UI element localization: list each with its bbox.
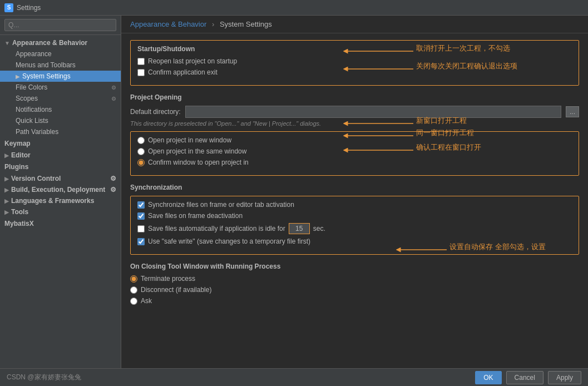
save-auto-label2: sec. — [313, 225, 325, 232]
sync-files-checkbox[interactable] — [137, 201, 145, 209]
reopen-last-project-row: Reopen last project on startup — [137, 57, 572, 65]
watermark: CSDN @家有娇妻张兔兔 — [7, 373, 81, 382]
synchronization-options: Synchronize files on frame or editor tab… — [130, 196, 579, 255]
default-dir-browse-button[interactable]: ... — [566, 106, 579, 117]
sidebar-item-label: Appearance — [16, 50, 52, 58]
save-auto-label1: Save files automatically if application … — [148, 225, 285, 232]
disconnect-row: Disconnect (if available) — [130, 286, 579, 294]
sidebar-item-editor[interactable]: ▶ Editor — [0, 150, 121, 161]
app-icon: S — [4, 3, 13, 12]
sidebar-item-appearance-behavior[interactable]: ▼ Appearance & Behavior — [0, 37, 121, 48]
confirm-exit-label: Confirm application exit — [148, 68, 218, 76]
open-new-window-row: Open project in new window — [137, 136, 572, 144]
sidebar-item-plugins[interactable]: Plugins — [0, 161, 121, 173]
sidebar-search-container — [0, 16, 121, 35]
safe-write-row: Use "safe write" (save changes to a temp… — [137, 237, 572, 245]
save-auto-value-input[interactable] — [289, 223, 310, 234]
sync-files-row: Synchronize files on frame or editor tab… — [137, 201, 572, 209]
default-dir-input[interactable] — [185, 106, 561, 118]
sidebar-item-label: Plugins — [4, 163, 28, 171]
project-opening-options: Open project in new window Open project … — [130, 131, 579, 176]
sidebar-item-label: Keymap — [4, 140, 31, 147]
startup-shutdown-label: Startup/Shutdown — [137, 45, 572, 53]
expand-arrow: ▶ — [4, 187, 9, 193]
sidebar-item-tools[interactable]: ▶ Tools — [0, 206, 121, 217]
sidebar-item-notifications[interactable]: Notifications — [0, 104, 121, 115]
sidebar-item-system-settings[interactable]: ▶ System Settings — [0, 71, 121, 82]
sidebar-item-label: Quick Lists — [16, 117, 48, 125]
sidebar-item-label: Build, Execution, Deployment — [11, 186, 105, 194]
confirm-window-label: Confirm window to open project in — [148, 159, 249, 166]
settings-icon: ⚙ — [111, 96, 116, 102]
cancel-button[interactable]: Cancel — [506, 371, 543, 384]
ok-button[interactable]: OK — [475, 371, 501, 384]
settings-icon: ⚙ — [111, 85, 116, 91]
ask-radio[interactable] — [130, 298, 137, 305]
open-new-window-label: Open project in new window — [148, 136, 231, 144]
sidebar-item-build-exec-deploy[interactable]: ▶ Build, Execution, Deployment ⚙ — [0, 184, 121, 195]
sidebar-item-appearance[interactable]: Appearance — [0, 48, 121, 60]
sidebar-item-mybatisx[interactable]: MybatisX — [0, 217, 121, 230]
open-same-window-label: Open project in the same window — [148, 147, 246, 155]
closing-tool-label: On Closing Tool Window with Running Proc… — [130, 263, 579, 270]
default-dir-row: Default directory: ... — [130, 106, 579, 118]
sidebar-item-menus-toolbars[interactable]: Menus and Toolbars — [0, 60, 121, 71]
sidebar-item-keymap[interactable]: Keymap — [0, 137, 121, 150]
window-title: Settings — [17, 4, 41, 12]
terminate-radio[interactable] — [130, 275, 137, 283]
open-same-window-row: Open project in the same window — [137, 147, 572, 155]
safe-write-checkbox[interactable] — [137, 238, 145, 245]
save-auto-row: Save files automatically if application … — [137, 223, 572, 234]
synchronization-section: Synchronization Synchronize files on fra… — [130, 184, 579, 255]
sidebar-item-scopes[interactable]: Scopes ⚙ — [0, 93, 121, 104]
expand-arrow: ▼ — [4, 40, 10, 46]
sync-files-label: Synchronize files on frame or editor tab… — [148, 201, 294, 209]
bottom-bar: CSDN @家有娇妻张兔兔 OK Cancel Apply — [0, 368, 588, 386]
sidebar-item-version-control[interactable]: ▶ Version Control ⚙ — [0, 173, 121, 184]
sidebar-item-label: File Colors — [16, 83, 47, 91]
sidebar-item-label: Notifications — [16, 106, 52, 113]
disconnect-label: Disconnect (if available) — [141, 286, 211, 294]
search-input[interactable] — [4, 19, 116, 31]
sidebar-item-file-colors[interactable]: File Colors ⚙ — [0, 82, 121, 93]
expand-arrow: ▶ — [4, 152, 9, 159]
open-new-window-radio[interactable] — [137, 137, 145, 144]
title-bar: S Settings — [0, 0, 588, 16]
confirm-window-radio[interactable] — [137, 159, 145, 166]
apply-button[interactable]: Apply — [548, 371, 581, 384]
expand-arrow: ▶ — [4, 176, 9, 182]
default-dir-hint: This directory is preselected in "Open..… — [130, 120, 579, 127]
sidebar-item-label: Scopes — [16, 95, 38, 102]
breadcrumb-parent[interactable]: Appearance & Behavior — [130, 20, 206, 28]
sidebar-item-quick-lists[interactable]: Quick Lists — [0, 115, 121, 126]
ask-label: Ask — [141, 297, 152, 305]
confirm-exit-checkbox[interactable] — [137, 69, 145, 76]
child-arrow-icon: ▶ — [16, 73, 20, 80]
save-auto-checkbox[interactable] — [137, 225, 145, 232]
reopen-last-project-checkbox[interactable] — [137, 58, 145, 65]
terminate-row: Terminate process — [130, 275, 579, 283]
sidebar: ▼ Appearance & Behavior Appearance Menus… — [0, 16, 121, 368]
closing-tool-section: On Closing Tool Window with Running Proc… — [130, 263, 579, 305]
disconnect-radio[interactable] — [130, 286, 137, 294]
reopen-last-project-label: Reopen last project on startup — [148, 57, 237, 65]
settings-content: Startup/Shutdown Reopen last project on … — [121, 33, 588, 368]
safe-write-label: Use "safe write" (save changes to a temp… — [148, 237, 310, 245]
sidebar-item-label: Tools — [11, 208, 28, 216]
sidebar-item-label: Languages & Frameworks — [11, 197, 94, 205]
sidebar-item-languages-frameworks[interactable]: ▶ Languages & Frameworks — [0, 195, 121, 206]
ask-row: Ask — [130, 297, 579, 305]
sidebar-item-path-variables[interactable]: Path Variables — [0, 126, 121, 137]
sidebar-tree: ▼ Appearance & Behavior Appearance Menus… — [0, 35, 121, 368]
synchronization-label: Synchronization — [130, 184, 579, 191]
open-same-window-radio[interactable] — [137, 148, 145, 155]
expand-arrow: ▶ — [4, 198, 9, 204]
expand-arrow: ▶ — [4, 209, 9, 215]
save-deactivation-checkbox[interactable] — [137, 212, 145, 220]
sidebar-item-label: Appearance & Behavior — [12, 39, 87, 47]
confirm-window-row: Confirm window to open project in — [137, 159, 572, 166]
breadcrumb-current: System Settings — [220, 20, 272, 28]
startup-shutdown-section: Startup/Shutdown Reopen last project on … — [130, 40, 579, 86]
sidebar-item-label: Path Variables — [16, 128, 58, 136]
sidebar-item-label: Version Control — [11, 175, 61, 182]
